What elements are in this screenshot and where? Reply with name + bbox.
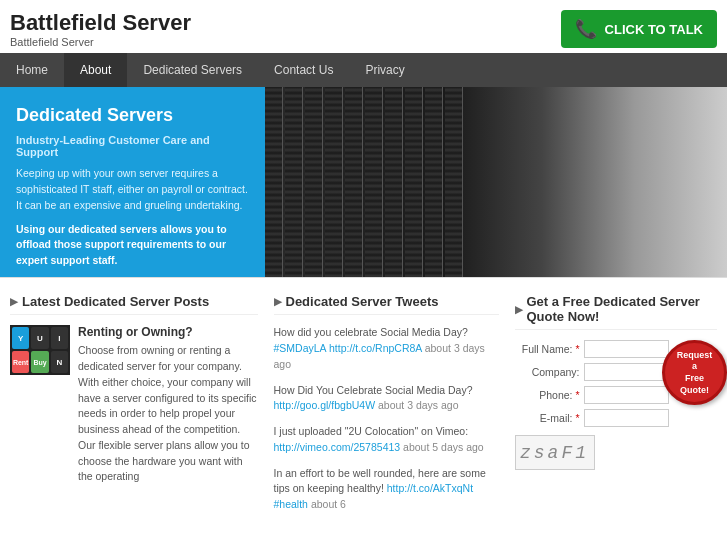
rack-8 [405,87,423,277]
key-buy: Buy [31,351,48,373]
tweet-1-text: How did you celebrate Social Media Day? [274,326,468,338]
key-n: N [51,351,68,373]
label-company: Company: [515,366,580,378]
rack-10 [445,87,463,277]
tweet-3: I just uploaded "2U Colocation" on Vimeo… [274,424,499,456]
form-row-email: E-mail: * [515,409,718,427]
posts-arrow-icon: ▶ [10,296,18,307]
site-header: Battlefield Server Battlefield Server 📞 … [0,0,727,53]
required-email: * [575,412,579,424]
posts-section-title: Latest Dedicated Server Posts [22,294,209,309]
tweet-3-time: about 5 days ago [403,441,484,453]
hero-image [265,87,727,277]
main-nav: Home About Dedicated Servers Contact Us … [0,53,727,87]
cta-label: CLICK TO TALK [605,22,703,37]
hero-bold-text: Using our dedicated servers allows you t… [16,222,249,269]
content-section: ▶ Latest Dedicated Server Posts Y U I Re… [0,277,727,539]
nav-dedicated-servers[interactable]: Dedicated Servers [127,53,258,87]
tweet-2-time: about 3 days ago [378,399,459,411]
post-item: Y U I Rent Buy N Renting or Owning? Choo… [10,325,258,485]
nav-contact-us[interactable]: Contact Us [258,53,349,87]
hero-body: Keeping up with your own server requires… [16,166,249,213]
tweet-4-link1[interactable]: http://t.co/AkTxqNt [387,482,473,494]
rack-5 [345,87,363,277]
tweets-section-header: ▶ Dedicated Server Tweets [274,294,499,315]
rack-1 [265,87,283,277]
tweet-3-text: I just uploaded "2U Colocation" on Vimeo… [274,425,469,437]
tweet-4-time: about 6 [311,498,346,510]
nav-privacy[interactable]: Privacy [349,53,420,87]
key-y: Y [12,327,29,349]
badge-line2: a [692,361,697,373]
tweet-2: How Did You Celebrate Social Media Day? … [274,383,499,415]
captcha-text: zsaF1 [520,443,589,463]
badge-line1: Request [677,350,713,362]
post-title: Renting or Owning? [78,325,258,339]
key-i: I [51,327,68,349]
hero-heading: Dedicated Servers [16,105,249,126]
key-u: U [31,327,48,349]
input-fullname[interactable] [584,340,669,358]
required-fullname: * [575,343,579,355]
nav-about[interactable]: About [64,53,127,87]
nav-home[interactable]: Home [0,53,64,87]
tweet-3-link1[interactable]: http://vimeo.com/25785413 [274,441,401,453]
post-thumbnail: Y U I Rent Buy N [10,325,70,375]
tweet-2-text: How Did You Celebrate Social Media Day? [274,384,473,396]
site-title-block: Battlefield Server Battlefield Server [10,10,191,48]
rack-2 [285,87,303,277]
required-phone: * [575,389,579,401]
badge-line3: Free [685,373,704,385]
hero-left-panel: Dedicated Servers Industry-Leading Custo… [0,87,265,277]
quote-section-header: ▶ Get a Free Dedicated Server Quote Now! [515,294,718,330]
rack-6 [365,87,383,277]
rack-3 [305,87,323,277]
label-fullname: Full Name: * [515,343,580,355]
label-email: E-mail: * [515,412,580,424]
tweet-1-link1[interactable]: #SMDayLA [274,342,327,354]
input-phone[interactable] [584,386,669,404]
post-content: Renting or Owning? Choose from owning or… [78,325,258,485]
hero-section: Dedicated Servers Industry-Leading Custo… [0,87,727,277]
server-room-visual [265,87,727,277]
click-to-talk-button[interactable]: 📞 CLICK TO TALK [561,10,717,48]
tweets-section-title: Dedicated Server Tweets [286,294,439,309]
request-quote-button[interactable]: Request a Free Quote! [662,340,727,405]
tweet-4-link2[interactable]: #health [274,498,308,510]
rack-7 [385,87,403,277]
rack-4 [325,87,343,277]
rack-9 [425,87,443,277]
quote-arrow-icon: ▶ [515,304,523,315]
captcha-image: zsaF1 [515,435,595,470]
tweets-column: ▶ Dedicated Server Tweets How did you ce… [274,294,499,523]
quote-form-wrapper: Full Name: * Company: Phone: * E-mail: *… [515,340,718,470]
post-body: Choose from owning or renting a dedicate… [78,343,258,485]
server-racks [265,87,727,277]
tweets-arrow-icon: ▶ [274,296,282,307]
hero-subtitle: Industry-Leading Customer Care and Suppo… [16,134,249,158]
quote-section-title: Get a Free Dedicated Server Quote Now! [527,294,718,324]
key-rent: Rent [12,351,29,373]
label-phone: Phone: * [515,389,580,401]
badge-line4: Quote! [680,385,709,397]
site-title: Battlefield Server [10,10,191,36]
tweet-4: In an effort to be well rounded, here ar… [274,466,499,513]
site-subtitle: Battlefield Server [10,36,191,48]
tweet-1: How did you celebrate Social Media Day? … [274,325,499,372]
posts-column: ▶ Latest Dedicated Server Posts Y U I Re… [10,294,258,523]
tweet-1-link2[interactable]: http://t.co/RnpCR8A [329,342,422,354]
input-company[interactable] [584,363,669,381]
quote-form-column: ▶ Get a Free Dedicated Server Quote Now!… [515,294,718,523]
input-email[interactable] [584,409,669,427]
posts-section-header: ▶ Latest Dedicated Server Posts [10,294,258,315]
phone-icon: 📞 [575,18,597,40]
tweet-2-link1[interactable]: http://goo.gl/fbgbU4W [274,399,376,411]
